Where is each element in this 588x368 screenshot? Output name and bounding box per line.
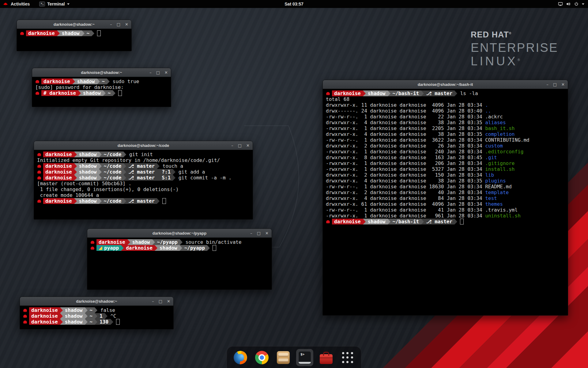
prompt-segment: ~/bash-it <box>390 90 421 96</box>
prompt-segment: ~/bash-it <box>390 219 421 224</box>
dock-item-chrome[interactable] <box>253 349 270 366</box>
prompt-segment-label: shadow <box>79 198 97 204</box>
terminal-window-pyapp[interactable]: darknoise@shadow:~/pyapp – □ ✕ darknoise… <box>87 228 272 290</box>
maximize-button[interactable]: □ <box>117 22 120 26</box>
minimize-button[interactable]: – <box>110 22 112 26</box>
activities-button[interactable]: Activities <box>11 2 30 6</box>
prompt-segment-label: ?:1 <box>162 169 171 175</box>
terminal-line: [sudo] password for darknoise: <box>35 84 168 90</box>
titlebar[interactable]: darknoise@shadow:~ – □ ✕ <box>17 20 131 29</box>
titlebar[interactable]: darknoise@shadow:~/pyapp – □ ✕ <box>87 229 272 238</box>
terminal-cursor <box>162 198 166 204</box>
titlebar[interactable]: darknoise@shadow:~/bash-it – □ ✕ <box>323 80 568 89</box>
terminal-line: drwxrwxr-x. 4 darknoise darknoise 38 Jan… <box>326 131 565 137</box>
close-button[interactable]: ✕ <box>246 144 250 148</box>
terminal-window-home-2[interactable]: darknoise@shadow:~ – □ ✕ darknoiseshadow… <box>20 297 174 329</box>
prompt-segment: # darknoise <box>41 90 78 96</box>
maximize-button[interactable]: □ <box>238 144 242 148</box>
terminal-content[interactable]: darknoiseshadow~ falsedarknoiseshadow~1 … <box>20 306 173 329</box>
powerline-arrow <box>95 307 97 313</box>
terminal-content[interactable]: darknoiseshadow~/bash-it⎇ master ls -lat… <box>323 89 568 315</box>
prompt-segment-label: darknoise <box>45 175 72 181</box>
terminal-line: -rw-rw-r--. 1 darknoise darknoise 3622 J… <box>326 137 565 143</box>
terminal-window-code[interactable]: darknoise@shadow:~/code – □ ✕ darknoises… <box>34 141 253 220</box>
close-button[interactable]: ✕ <box>164 71 168 75</box>
titlebar[interactable]: darknoise@shadow:~ – □ ✕ <box>20 297 173 306</box>
chevron-down-icon[interactable] <box>582 3 584 5</box>
power-icon[interactable] <box>574 2 579 6</box>
terminal-text: -rw-rw-r--. 1 darknoise darknoise 22 Jan… <box>326 114 485 120</box>
clock[interactable]: Sat 03:57 <box>285 2 303 6</box>
prompt-segment-label: ~/code <box>104 175 122 181</box>
close-button[interactable]: ✕ <box>561 82 565 86</box>
dock-item-firefox[interactable] <box>232 349 249 366</box>
terminal-content[interactable]: darknoiseshadow~/pyapp source bin/activa… <box>87 238 272 289</box>
display-icon[interactable] <box>558 2 563 6</box>
prompt-segment-label: shadow <box>65 313 83 319</box>
terminal-text: lib <box>485 172 494 178</box>
redhat-prompt-icon <box>23 309 27 312</box>
titlebar[interactable]: darknoise@shadow:~ – □ ✕ <box>32 68 171 77</box>
terminal-text: drwxrwxr-x. 4 darknoise darknoise 38 Jan… <box>326 131 485 137</box>
close-button[interactable]: ✕ <box>125 22 128 26</box>
terminal-text: drwxrwxr-x. 2 darknoise darknoise 40 Jan… <box>326 190 485 195</box>
volume-icon[interactable] <box>566 2 571 6</box>
app-menu-terminal[interactable]: >_ Terminal <box>39 2 69 6</box>
dock-item-show-applications[interactable] <box>339 349 356 366</box>
prompt-segment-label: ⎇ master <box>128 175 155 181</box>
terminal-content[interactable]: darknoiseshadow~ <box>17 29 131 51</box>
maximize-button[interactable]: □ <box>257 231 261 235</box>
terminal-content[interactable]: darknoiseshadow~ sudo true[sudo] passwor… <box>32 77 171 107</box>
close-button[interactable]: ✕ <box>265 231 269 235</box>
terminal-text: drwx------. 24 darknoise darknoise 4096 … <box>326 108 485 114</box>
minimize-button[interactable]: – <box>231 144 233 148</box>
minimize-button[interactable]: – <box>152 299 154 303</box>
prompt-segment: shadow <box>63 313 85 319</box>
terminal-text: .. <box>485 108 491 114</box>
brand-line3: LINUX <box>471 54 518 68</box>
prompt-segment: 130 <box>97 319 111 325</box>
terminal-window-bash-it[interactable]: darknoise@shadow:~/bash-it – □ ✕ darknoi… <box>322 80 568 316</box>
maximize-button[interactable]: □ <box>156 71 160 75</box>
dock-item-files[interactable] <box>275 349 292 366</box>
minimize-button[interactable]: – <box>250 231 252 235</box>
terminal-text: sudo true <box>110 79 139 84</box>
redhat-prompt-icon <box>91 241 94 243</box>
terminal-text: git commit -a -m . <box>175 175 232 181</box>
terminal-line: darknoiseshadow~/bash-it⎇ master <box>326 219 565 224</box>
powerline-arrow <box>123 169 126 175</box>
terminal-window-home-1[interactable]: darknoise@shadow:~ – □ ✕ darknoiseshadow… <box>17 20 132 51</box>
terminal-text: -rw-rw-r--. 1 darknoise darknoise 41 Jan… <box>326 207 485 213</box>
prompt-segment-label: shadow <box>65 307 83 313</box>
terminal-text: -rwxrwxr-x. 1 darknoise darknoise 961 Ja… <box>326 213 485 219</box>
prompt-segment: darknoise <box>41 79 72 84</box>
terminal-content[interactable]: darknoiseshadow~/code git initInitialize… <box>34 150 253 219</box>
maximize-button[interactable]: □ <box>553 82 557 86</box>
terminal-line: drwxrwxr-x. 2 darknoise darknoise 150 Ja… <box>326 172 565 178</box>
minimize-button[interactable]: – <box>149 71 152 75</box>
window-title: darknoise@shadow:~ <box>76 299 117 304</box>
window-title: darknoise@shadow:~/code <box>118 143 169 148</box>
prompt-segment: ~/code <box>102 175 124 181</box>
terminal-line: -rw-rw-r--. 1 darknoise darknoise 18630 … <box>326 184 565 190</box>
powerline-arrow <box>57 30 60 36</box>
dock-item-toolbox[interactable] <box>318 349 335 366</box>
terminal-text: drwxrwxr-x. 2 darknoise darknoise 26 Jan… <box>326 143 485 149</box>
prompt-segment: ~ <box>85 30 92 36</box>
terminal-cursor <box>97 30 101 36</box>
terminal-window-sudo[interactable]: darknoise@shadow:~ – □ ✕ darknoiseshadow… <box>32 68 171 107</box>
redhat-prompt-icon <box>23 320 27 323</box>
titlebar[interactable]: darknoise@shadow:~/code – □ ✕ <box>34 141 253 150</box>
prompt-segment: ~/code <box>102 169 124 175</box>
prompt-segment: darknoise <box>332 90 363 96</box>
minimize-button[interactable]: – <box>546 82 548 86</box>
prompt-segment-label: shadow <box>77 79 95 84</box>
maximize-button[interactable]: □ <box>159 299 162 303</box>
dock-item-terminal[interactable] <box>296 349 313 366</box>
prompt-segment-label: shadow <box>83 90 101 96</box>
window-title: darknoise@shadow:~ <box>54 22 95 27</box>
terminal-text: -rwxrwxr-x. 1 darknoise darknoise 5327 J… <box>326 166 485 172</box>
close-button[interactable]: ✕ <box>167 299 170 303</box>
window-title: darknoise@shadow:~/bash-it <box>418 82 473 87</box>
terminal-line: darknoiseshadow~/code⎇ master?:1 git add… <box>37 169 250 175</box>
